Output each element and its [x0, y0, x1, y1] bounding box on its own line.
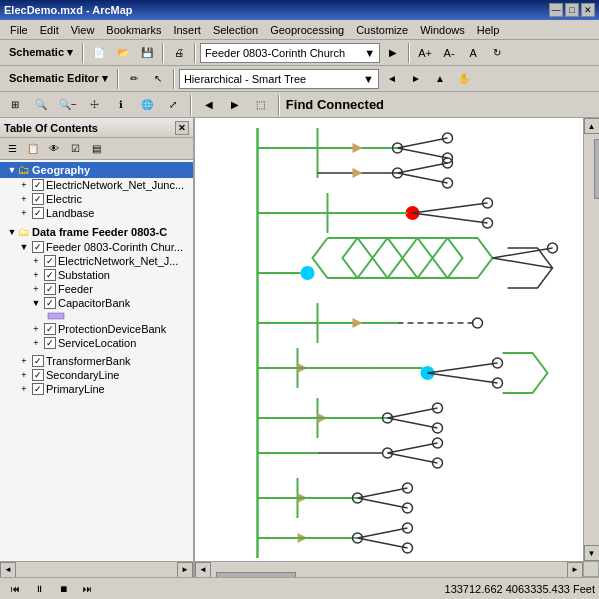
expand-icon[interactable]: + [18, 355, 30, 367]
layer-checkbox[interactable] [44, 269, 56, 281]
toc-dataframe-group[interactable]: ▼ 🗂 Data frame Feeder 0803-C [0, 224, 193, 240]
status-forward-btn[interactable]: ⏭ [76, 580, 98, 598]
schematic-editor-button[interactable]: Schematic Editor ▾ [4, 68, 113, 90]
maximize-button[interactable]: □ [565, 3, 579, 17]
layer-checkbox[interactable] [32, 369, 44, 381]
expand-icon[interactable]: + [18, 179, 30, 191]
map-area[interactable]: ▲ ▼ ◄ ► [195, 118, 599, 577]
toc-select-btn[interactable]: ☑ [65, 140, 85, 158]
toc-service-location[interactable]: + ServiceLocation [0, 336, 193, 350]
toc-list-btn[interactable]: ☰ [2, 140, 22, 158]
zoom-out-button[interactable]: A- [438, 42, 460, 64]
toc-capacitor-bank[interactable]: ▼ CapacitorBank [0, 296, 193, 310]
expand-icon[interactable]: + [18, 383, 30, 395]
toc-feeder[interactable]: + Feeder [0, 282, 193, 296]
layer-checkbox[interactable] [32, 207, 44, 219]
expand-icon[interactable]: ▼ [18, 241, 30, 253]
toc-landbase[interactable]: + Landbase [0, 206, 193, 220]
expand-icon[interactable]: + [30, 255, 42, 267]
layer-checkbox[interactable] [44, 283, 56, 295]
zoom-out-map-button[interactable]: 🔍− [56, 94, 80, 116]
world-button[interactable]: 🌐 [136, 94, 158, 116]
minimize-button[interactable]: — [549, 3, 563, 17]
toc-geography-group[interactable]: ▼ 🗂 Geography [0, 162, 193, 178]
status-record-btn[interactable]: ⏮ [4, 580, 26, 598]
zoom-full-button[interactable]: ⊞ [4, 94, 26, 116]
new-button[interactable]: 📄 [88, 42, 110, 64]
menu-customize[interactable]: Customize [350, 23, 414, 37]
navigate-up-button[interactable]: ▲ [429, 68, 451, 90]
toc-secondary-line[interactable]: + SecondaryLine [0, 368, 193, 382]
expand-icon[interactable]: ▼ [30, 297, 42, 309]
menu-view[interactable]: View [65, 23, 101, 37]
layer-checkbox[interactable] [32, 383, 44, 395]
menu-insert[interactable]: Insert [167, 23, 207, 37]
open-button[interactable]: 📂 [112, 42, 134, 64]
menu-bookmarks[interactable]: Bookmarks [100, 23, 167, 37]
dataframe-expand-icon[interactable]: ▼ [6, 226, 18, 238]
layer-checkbox[interactable] [44, 255, 56, 267]
layer-checkbox[interactable] [44, 323, 56, 335]
menu-edit[interactable]: Edit [34, 23, 65, 37]
toc-transformer-bank[interactable]: + TransformerBank [0, 354, 193, 368]
expand-icon[interactable]: + [30, 323, 42, 335]
print-button[interactable]: 🖨 [168, 42, 190, 64]
scroll-vthumb[interactable] [594, 139, 600, 199]
expand-icon[interactable]: + [18, 207, 30, 219]
map-vscrollbar[interactable]: ▲ ▼ [583, 118, 599, 561]
expand-icon[interactable]: + [30, 283, 42, 295]
layer-checkbox[interactable] [32, 241, 44, 253]
menu-selection[interactable]: Selection [207, 23, 264, 37]
menu-geoprocessing[interactable]: Geoprocessing [264, 23, 350, 37]
toc-feeder-group[interactable]: ▼ Feeder 0803-Corinth Chur... [0, 240, 193, 254]
edit-tool-button[interactable]: ✏ [123, 68, 145, 90]
toc-scroll-left[interactable]: ◄ [0, 562, 16, 578]
expand-icon[interactable]: + [18, 369, 30, 381]
close-button[interactable]: ✕ [581, 3, 595, 17]
scroll-right-button[interactable]: ► [567, 562, 583, 578]
menu-help[interactable]: Help [471, 23, 506, 37]
extent-button[interactable]: ⤢ [162, 94, 184, 116]
expand-icon[interactable]: + [30, 269, 42, 281]
pan-tool-button[interactable]: ☩ [84, 94, 106, 116]
toc-display-btn[interactable]: 👁 [44, 140, 64, 158]
toc-source-btn[interactable]: 📋 [23, 140, 43, 158]
layer-checkbox[interactable] [44, 297, 56, 309]
toc-primary-line[interactable]: + PrimaryLine [0, 382, 193, 396]
toc-options-btn[interactable]: ▤ [86, 140, 106, 158]
smart-tree-dropdown[interactable]: Hierarchical - Smart Tree ▼ [179, 69, 379, 89]
status-stop-btn[interactable]: ⏹ [52, 580, 74, 598]
scroll-left-button[interactable]: ◄ [195, 562, 211, 578]
navigate-back-button[interactable]: ◄ [381, 68, 403, 90]
feeder-dropdown[interactable]: Feeder 0803-Corinth Church ▼ [200, 43, 380, 63]
pan-button[interactable]: ✋ [453, 68, 475, 90]
layer-checkbox[interactable] [32, 355, 44, 367]
toc-close-button[interactable]: ✕ [175, 121, 189, 135]
toc-protection-device[interactable]: + ProtectionDeviceBank [0, 322, 193, 336]
nav-next-button[interactable]: ▶ [224, 94, 246, 116]
zoom-in-button[interactable]: A+ [414, 42, 436, 64]
font-button[interactable]: A [462, 42, 484, 64]
select-tool-button[interactable]: ↖ [147, 68, 169, 90]
toc-scroll-right[interactable]: ► [177, 562, 193, 578]
map-hscrollbar[interactable]: ◄ ► [195, 561, 583, 577]
feeder-go-button[interactable]: ▶ [382, 42, 404, 64]
geography-expand-icon[interactable]: ▼ [6, 164, 18, 176]
zoom-map-button[interactable]: 🔍 [30, 94, 52, 116]
schematic-menu-button[interactable]: Schematic ▾ [4, 42, 78, 64]
menu-windows[interactable]: Windows [414, 23, 471, 37]
select-features-button[interactable]: ⬚ [250, 94, 272, 116]
toc-electric-net[interactable]: + ElectricNetwork_Net_J... [0, 254, 193, 268]
menu-file[interactable]: File [4, 23, 34, 37]
scroll-down-button[interactable]: ▼ [584, 545, 600, 561]
toc-electric[interactable]: + Electric [0, 192, 193, 206]
nav-prev-button[interactable]: ◀ [198, 94, 220, 116]
expand-icon[interactable]: + [30, 337, 42, 349]
layer-checkbox[interactable] [32, 179, 44, 191]
layer-checkbox[interactable] [44, 337, 56, 349]
expand-icon[interactable]: + [18, 193, 30, 205]
identify-button[interactable]: ℹ [110, 94, 132, 116]
toc-substation[interactable]: + Substation [0, 268, 193, 282]
scroll-up-button[interactable]: ▲ [584, 118, 600, 134]
scroll-hthumb[interactable] [216, 572, 296, 578]
